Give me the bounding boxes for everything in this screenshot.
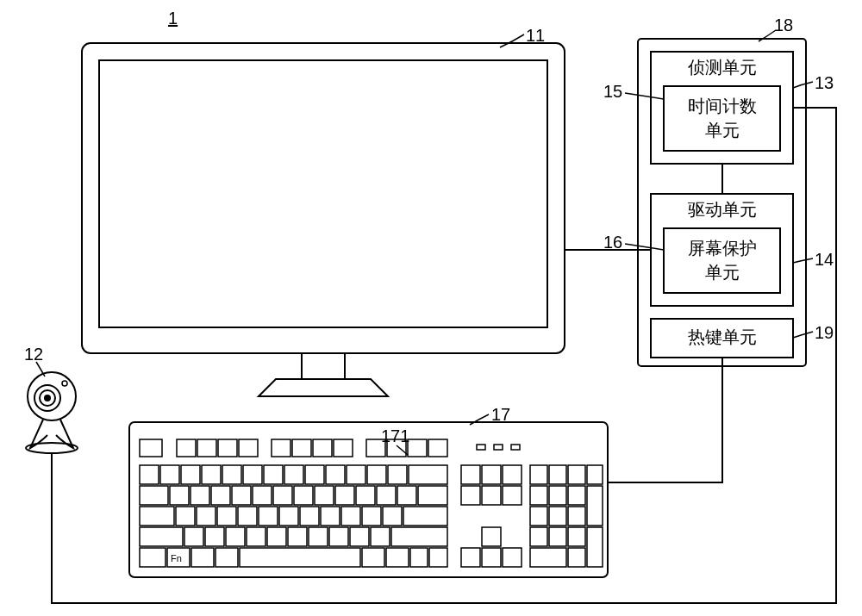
svg-rect-33 [284, 465, 303, 484]
leader-11 [500, 34, 524, 47]
svg-rect-60 [279, 507, 298, 526]
svg-point-7 [62, 381, 67, 386]
svg-rect-108 [530, 527, 547, 546]
svg-rect-22 [428, 439, 447, 457]
svg-rect-102 [549, 486, 566, 505]
svg-rect-63 [341, 507, 360, 526]
svg-rect-37 [367, 465, 386, 484]
svg-rect-87 [461, 465, 480, 484]
svg-rect-23 [477, 445, 485, 450]
svg-rect-35 [326, 465, 345, 484]
leader-19 [793, 332, 813, 338]
svg-rect-14 [239, 439, 258, 457]
svg-rect-101 [530, 486, 547, 505]
svg-rect-68 [184, 527, 203, 546]
svg-rect-41 [170, 486, 189, 505]
screen-unit-label-1: 屏幕保护 [688, 239, 757, 258]
svg-rect-2 [302, 353, 345, 379]
svg-rect-13 [218, 439, 237, 457]
svg-rect-62 [321, 507, 340, 526]
leader-15 [625, 93, 664, 99]
svg-rect-82 [240, 548, 360, 567]
svg-rect-112 [530, 548, 566, 567]
leader-18 [759, 30, 776, 41]
svg-rect-105 [530, 507, 547, 526]
svg-rect-16 [292, 439, 311, 457]
svg-rect-110 [568, 527, 585, 546]
svg-rect-84 [386, 548, 409, 567]
svg-rect-58 [238, 507, 257, 526]
svg-rect-78 [391, 527, 447, 546]
svg-rect-88 [482, 465, 501, 484]
svg-rect-34 [305, 465, 324, 484]
svg-rect-36 [347, 465, 365, 484]
svg-rect-27 [160, 465, 179, 484]
svg-rect-107 [568, 507, 585, 526]
svg-rect-70 [226, 527, 245, 546]
svg-rect-89 [503, 465, 522, 484]
svg-rect-98 [549, 465, 566, 484]
camera-icon [26, 372, 78, 453]
svg-rect-20 [387, 439, 406, 457]
svg-rect-11 [177, 439, 196, 457]
detect-unit-label: 侦测单元 [687, 58, 757, 77]
svg-rect-42 [191, 486, 209, 505]
svg-rect-26 [140, 465, 159, 484]
svg-rect-51 [377, 486, 396, 505]
hotkey-unit-label: 热键单元 [688, 327, 757, 346]
svg-rect-72 [267, 527, 286, 546]
svg-rect-96 [503, 548, 522, 567]
svg-rect-1 [99, 60, 547, 327]
svg-rect-25 [511, 445, 520, 450]
svg-rect-48 [315, 486, 334, 505]
svg-rect-79 [140, 548, 166, 567]
svg-rect-29 [202, 465, 221, 484]
drive-unit-label: 驱动单元 [688, 200, 757, 219]
svg-rect-61 [300, 507, 319, 526]
svg-rect-81 [216, 548, 238, 567]
svg-rect-64 [362, 507, 381, 526]
svg-rect-104 [587, 486, 603, 526]
svg-rect-47 [294, 486, 313, 505]
svg-rect-57 [217, 507, 236, 526]
svg-rect-76 [350, 527, 369, 546]
svg-rect-0 [82, 43, 565, 353]
svg-rect-92 [503, 486, 522, 505]
svg-rect-32 [264, 465, 283, 484]
svg-rect-40 [140, 486, 168, 505]
svg-rect-74 [309, 527, 328, 546]
svg-rect-71 [247, 527, 265, 546]
svg-rect-111 [587, 527, 603, 567]
svg-rect-52 [397, 486, 416, 505]
keyboard: Fn [129, 422, 608, 577]
svg-rect-28 [181, 465, 200, 484]
svg-point-6 [44, 395, 51, 401]
svg-rect-55 [176, 507, 195, 526]
svg-rect-100 [587, 465, 603, 484]
svg-rect-86 [429, 548, 447, 567]
svg-rect-80 [191, 548, 214, 567]
svg-rect-15 [272, 439, 290, 457]
svg-rect-106 [549, 507, 566, 526]
svg-rect-12 [197, 439, 216, 457]
svg-rect-38 [388, 465, 407, 484]
svg-rect-69 [205, 527, 224, 546]
svg-rect-44 [232, 486, 251, 505]
svg-rect-18 [334, 439, 353, 457]
svg-rect-9 [129, 422, 608, 577]
svg-rect-31 [243, 465, 262, 484]
time-unit-label-2: 单元 [705, 121, 740, 140]
svg-rect-95 [482, 548, 501, 567]
svg-rect-77 [371, 527, 390, 546]
svg-rect-94 [461, 548, 480, 567]
svg-rect-103 [568, 486, 585, 505]
svg-rect-39 [409, 465, 447, 484]
svg-rect-19 [366, 439, 385, 457]
svg-rect-83 [362, 548, 384, 567]
svg-rect-10 [140, 439, 162, 457]
svg-rect-90 [461, 486, 480, 505]
svg-rect-21 [408, 439, 427, 457]
leader-14 [793, 258, 813, 263]
svg-rect-49 [335, 486, 354, 505]
svg-rect-30 [222, 465, 241, 484]
